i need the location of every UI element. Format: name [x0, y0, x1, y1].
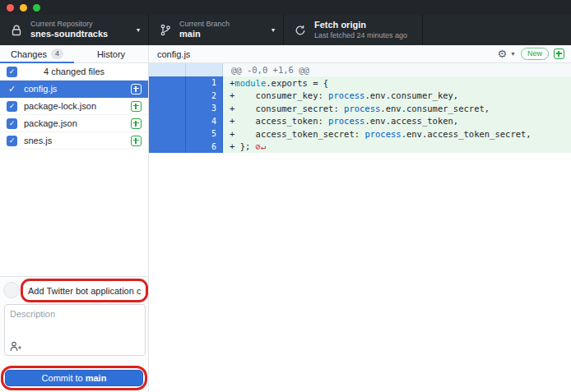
- file-added-icon: [554, 48, 564, 59]
- diff-line: 1 +module.exports = {: [149, 76, 571, 90]
- diff-line-gutter: 3: [149, 102, 223, 115]
- commit-button-highlight-annotation: Commit to main: [1, 366, 147, 390]
- diff-lines: 1 +module.exports = { 2 + consumer_key: …: [149, 76, 571, 153]
- file-list: config.js package-lock.json package.json…: [0, 81, 148, 150]
- diff-line-gutter: 1: [149, 76, 223, 90]
- file-include-checkbox[interactable]: [7, 84, 17, 95]
- chevron-down-icon[interactable]: ▼: [510, 51, 516, 57]
- file-row[interactable]: package.json: [0, 115, 148, 132]
- avatar: [3, 282, 20, 298]
- git-branch-icon: [159, 24, 172, 37]
- hunk-gutter: [149, 63, 223, 76]
- chevron-down-icon: ▾: [272, 26, 275, 34]
- diff-pane: config.js ⚙ ▼ New @@ -0,0 +1,6 @@ 1 +mod…: [149, 45, 571, 392]
- new-line-number: 1: [186, 76, 222, 90]
- fetch-origin-button[interactable]: Fetch origin Last fetched 24 minutes ago: [284, 15, 423, 45]
- changes-sidebar: Changes 4 History 4 changed files config…: [0, 45, 149, 392]
- diff-line: 6 + }; ⊘↵: [149, 141, 571, 154]
- commit-button-branch: main: [86, 373, 107, 383]
- new-line-number: 2: [186, 90, 222, 103]
- zoom-window-button[interactable]: [33, 4, 40, 12]
- commit-description-input[interactable]: [5, 305, 145, 339]
- diff-line-code: + access_token_secret: process.env.acces…: [223, 127, 571, 141]
- new-line-number: 4: [186, 115, 222, 128]
- current-branch-label: Current Branch: [179, 20, 230, 29]
- diff-file-name: config.js: [157, 49, 497, 59]
- diff-line-code: +module.exports = {: [223, 76, 571, 90]
- tab-changes-label: Changes: [11, 49, 47, 59]
- commit-summary-input[interactable]: [23, 282, 146, 299]
- file-row[interactable]: package-lock.json: [0, 98, 148, 115]
- diff-line-gutter: 6: [149, 141, 223, 154]
- tab-changes[interactable]: Changes 4: [0, 45, 74, 62]
- current-branch-button[interactable]: Current Branch main ▾: [149, 15, 284, 45]
- tab-history-label: History: [97, 49, 125, 59]
- added-status-icon: [131, 84, 142, 95]
- diff-header: config.js ⚙ ▼ New: [149, 45, 571, 63]
- diff-line: 3 + consumer_secret: process.env.consume…: [149, 102, 571, 115]
- file-name: snes.js: [24, 136, 131, 145]
- diff-line-gutter: 4: [149, 115, 223, 128]
- changed-files-header: 4 changed files: [0, 63, 148, 81]
- sidebar-tabbar: Changes 4 History: [0, 45, 148, 63]
- current-branch-value: main: [179, 29, 230, 40]
- added-status-icon: [131, 118, 142, 129]
- diff-line-gutter: 5: [149, 127, 223, 141]
- file-include-checkbox[interactable]: [7, 136, 17, 146]
- file-include-checkbox[interactable]: [7, 118, 17, 129]
- diff-line-code: + }; ⊘↵: [223, 141, 571, 154]
- file-row[interactable]: snes.js: [0, 132, 148, 150]
- include-all-checkbox[interactable]: [7, 67, 17, 77]
- diff-line: 4 + access_token: process.env.access_tok…: [149, 115, 571, 128]
- new-line-number: 6: [186, 141, 222, 154]
- diff-line: 2 + consumer_key: process.env.consumer_k…: [149, 90, 571, 103]
- gear-icon[interactable]: ⚙: [497, 48, 507, 59]
- added-status-icon: [131, 101, 142, 112]
- main-area: Changes 4 History 4 changed files config…: [0, 45, 571, 392]
- diff-line-code: + access_token: process.env.access_token…: [223, 115, 571, 128]
- title-bar: [0, 0, 571, 15]
- hunk-header-row: @@ -0,0 +1,6 @@: [149, 63, 571, 76]
- added-status-icon: [131, 136, 142, 146]
- fetch-origin-sublabel: Last fetched 24 minutes ago: [314, 31, 407, 40]
- file-name: config.js: [24, 84, 131, 94]
- diff-line-code: + consumer_secret: process.env.consumer_…: [223, 102, 571, 115]
- description-box: [4, 304, 146, 356]
- diff-line-code: + consumer_key: process.env.consumer_key…: [223, 90, 571, 103]
- diff-line: 5 + access_token_secret: process.env.acc…: [149, 127, 571, 141]
- commit-button-label: Commit to: [42, 373, 83, 383]
- lock-icon: [10, 24, 23, 37]
- changes-count-badge: 4: [51, 48, 63, 59]
- current-repository-value: snes-soundtracks: [30, 29, 108, 40]
- add-coauthor-icon[interactable]: [10, 341, 23, 352]
- fetch-origin-label: Fetch origin: [314, 20, 407, 31]
- file-include-checkbox[interactable]: [7, 101, 17, 112]
- new-line-number: 5: [186, 127, 222, 141]
- current-repository-label: Current Repository: [30, 20, 108, 29]
- file-row[interactable]: config.js: [0, 81, 148, 98]
- close-window-button[interactable]: [7, 4, 14, 12]
- summary-highlight-annotation: [21, 279, 148, 302]
- file-name: package.json: [24, 118, 131, 128]
- commit-to-main-button[interactable]: Commit to main: [5, 370, 143, 386]
- current-repository-button[interactable]: Current Repository snes-soundtracks ▾: [0, 15, 149, 45]
- file-name: package-lock.json: [24, 101, 131, 111]
- new-line-number: 3: [186, 102, 222, 115]
- chevron-down-icon: ▾: [137, 26, 140, 34]
- toolbar: Current Repository snes-soundtracks ▾ Cu…: [0, 15, 571, 45]
- github-desktop-window: Current Repository snes-soundtracks ▾ Cu…: [0, 0, 571, 392]
- sync-icon: [294, 24, 307, 37]
- minimize-window-button[interactable]: [20, 4, 27, 12]
- diff-line-gutter: 2: [149, 90, 223, 103]
- new-file-badge: New: [521, 48, 549, 60]
- hunk-header-text: @@ -0,0 +1,6 @@: [223, 63, 571, 76]
- changed-files-count: 4 changed files: [0, 67, 148, 76]
- commit-form: Commit to main: [0, 276, 148, 392]
- tab-history[interactable]: History: [74, 45, 148, 62]
